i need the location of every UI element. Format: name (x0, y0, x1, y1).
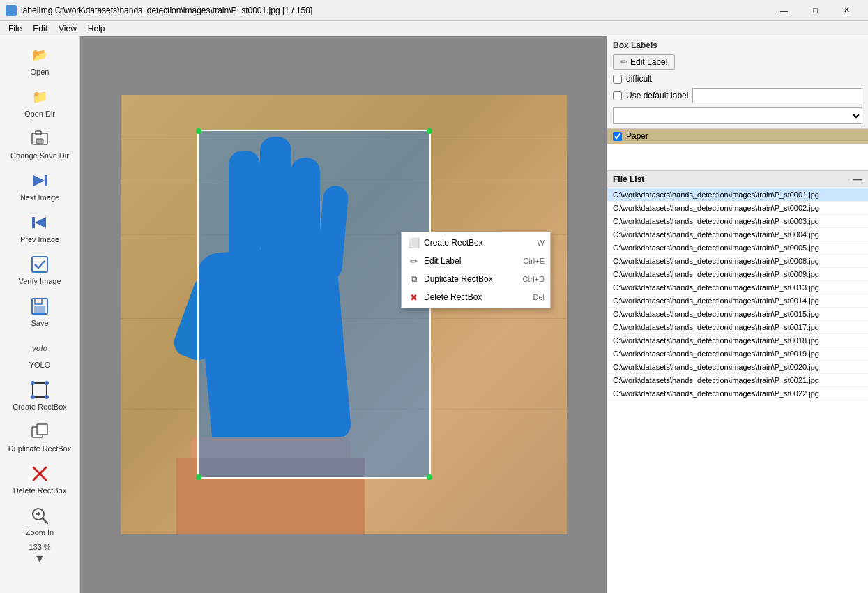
ctx-create-rectbox[interactable]: Create RectBox W (402, 234, 550, 252)
svg-point-13 (45, 381, 49, 385)
svg-rect-2 (36, 139, 43, 144)
next-image-label: Next Image (20, 193, 59, 202)
label-paper-text: Paper (626, 131, 648, 141)
folder-icon (29, 86, 51, 108)
ctx-create-icon (407, 237, 420, 249)
window-controls: — □ ✕ (768, 0, 862, 21)
edit-label-btn-text: Edit Label (630, 57, 667, 67)
image-container (121, 95, 567, 534)
maximize-btn[interactable]: □ (800, 0, 831, 21)
menu-edit[interactable]: Edit (27, 21, 53, 36)
context-menu: Create RectBox W Edit Label Ctrl+E Dupli… (401, 232, 551, 308)
file-item[interactable]: C:\work\datasets\hands_detection\images\… (607, 215, 868, 228)
file-list-minimize-btn[interactable]: — (853, 174, 862, 185)
svg-rect-6 (32, 217, 35, 228)
prev-image-label: Prev Image (20, 235, 59, 243)
zoom-in-button[interactable]: Zoom In (5, 500, 75, 541)
file-list-section: File List — C:\work\datasets\hands_detec… (607, 171, 868, 593)
duplicate-rectbox-icon (29, 421, 51, 443)
file-item[interactable]: C:\work\datasets\hands_detection\images\… (607, 361, 868, 374)
ctx-delete-rectbox[interactable]: Delete RectBox Del (402, 288, 550, 306)
handle-bottom-right[interactable] (427, 474, 432, 480)
ctx-edit-label[interactable]: Edit Label Ctrl+E (402, 252, 550, 270)
file-item[interactable]: C:\work\datasets\hands_detection\images\… (607, 308, 868, 321)
difficult-row: difficult (613, 74, 862, 84)
delete-rectbox-label: Delete RectBox (13, 486, 66, 495)
next-image-icon (29, 170, 51, 192)
label-paper-checkbox[interactable] (613, 132, 622, 141)
file-item[interactable]: C:\work\datasets\hands_detection\images\… (607, 268, 868, 281)
ctx-del-icon (407, 291, 420, 303)
right-panel: Box Labels Edit Label difficult Use defa… (607, 36, 868, 593)
zoom-down-arrow[interactable]: ▼ (34, 553, 45, 565)
next-image-button[interactable]: Next Image (5, 165, 75, 206)
label-dropdown[interactable] (613, 107, 862, 124)
yolo-button[interactable]: yolo YOLO (5, 333, 75, 373)
file-item[interactable]: C:\work\datasets\hands_detection\images\… (607, 281, 868, 294)
file-item[interactable]: C:\work\datasets\hands_detection\images\… (607, 228, 868, 241)
titlebar: labelImg C:\work\datasets\hands_detectio… (0, 0, 868, 21)
zoom-value: 133 % (27, 541, 52, 553)
bounding-box (197, 130, 431, 479)
file-list[interactable]: C:\work\datasets\hands_detection\images\… (607, 188, 868, 593)
duplicate-rectbox-label: Duplicate RectBox (8, 444, 72, 453)
handle-top-left[interactable] (196, 128, 201, 134)
open-dir-label: Open Dir (24, 110, 55, 118)
save-button[interactable]: Save (5, 291, 75, 331)
default-label-input[interactable] (692, 88, 862, 103)
file-item[interactable]: C:\work\datasets\hands_detection\images\… (607, 202, 868, 215)
svg-line-21 (43, 518, 47, 523)
change-save-dir-label: Change Save Dir (10, 151, 69, 160)
menubar: File Edit View Help (0, 21, 868, 36)
menu-help[interactable]: Help (82, 21, 111, 36)
create-rectbox-button[interactable]: Create RectBox (5, 375, 75, 415)
ctx-del-label: Delete RectBox (424, 292, 482, 302)
svg-marker-5 (35, 217, 46, 228)
prev-image-button[interactable]: Prev Image (5, 207, 75, 248)
menu-file[interactable]: File (3, 21, 27, 36)
handle-bottom-left[interactable] (196, 474, 201, 480)
svg-point-15 (45, 395, 49, 399)
create-rectbox-label: Create RectBox (13, 403, 67, 411)
save-dir-icon (29, 128, 51, 150)
minimize-btn[interactable]: — (768, 0, 800, 21)
svg-rect-9 (35, 299, 42, 304)
ctx-dup-label: Duplicate RectBox (424, 274, 493, 284)
ctx-dup-icon (407, 273, 420, 285)
svg-point-12 (31, 381, 35, 385)
menu-view[interactable]: View (53, 21, 82, 36)
ctx-edit-label-text: Edit Label (424, 256, 461, 266)
open-button[interactable]: Open (5, 40, 75, 80)
label-item-paper[interactable]: Paper (607, 129, 868, 144)
use-default-label-checkbox[interactable] (613, 91, 622, 100)
file-item[interactable]: C:\work\datasets\hands_detection\images\… (607, 241, 868, 255)
canvas-area[interactable]: Create RectBox W Edit Label Ctrl+E Dupli… (80, 36, 607, 593)
file-item[interactable]: C:\work\datasets\hands_detection\images\… (607, 374, 868, 387)
handle-top-right[interactable] (427, 128, 432, 134)
file-item[interactable]: C:\work\datasets\hands_detection\images\… (607, 294, 868, 308)
verify-image-button[interactable]: Verify Image (5, 249, 75, 290)
file-item[interactable]: C:\work\datasets\hands_detection\images\… (607, 255, 868, 268)
change-save-dir-button[interactable]: Change Save Dir (5, 123, 75, 164)
close-btn[interactable]: ✕ (831, 0, 862, 21)
file-item[interactable]: C:\work\datasets\hands_detection\images\… (607, 387, 868, 400)
zoom-in-icon (29, 504, 51, 527)
duplicate-rectbox-button[interactable]: Duplicate RectBox (5, 416, 75, 457)
svg-rect-7 (32, 257, 47, 272)
file-item[interactable]: C:\work\datasets\hands_detection\images\… (607, 321, 868, 334)
file-item[interactable]: C:\work\datasets\hands_detection\images\… (607, 334, 868, 347)
difficult-checkbox[interactable] (613, 75, 622, 84)
app-icon (6, 5, 17, 16)
create-rectbox-icon (29, 379, 51, 401)
open-dir-button[interactable]: Open Dir (5, 82, 75, 122)
file-list-header: File List — (607, 171, 868, 188)
svg-marker-3 (33, 175, 45, 186)
open-label: Open (31, 68, 50, 76)
edit-label-button[interactable]: Edit Label (613, 54, 675, 70)
file-list-title: File List (613, 174, 644, 184)
delete-rectbox-button[interactable]: Delete RectBox (5, 458, 75, 499)
ctx-duplicate-rectbox[interactable]: Duplicate RectBox Ctrl+D (402, 270, 550, 288)
file-item[interactable]: C:\work\datasets\hands_detection\images\… (607, 347, 868, 361)
difficult-label: difficult (626, 74, 652, 84)
file-item[interactable]: C:\work\datasets\hands_detection\images\… (607, 188, 868, 202)
